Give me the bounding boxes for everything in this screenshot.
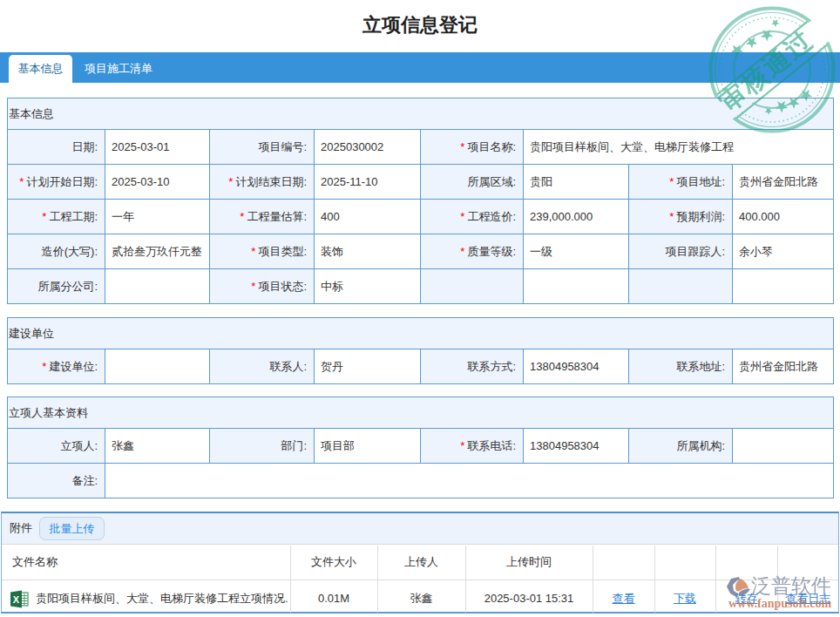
svg-text:X: X bbox=[13, 594, 20, 605]
svg-text:www.fanpusoft.com: www.fanpusoft.com bbox=[728, 597, 832, 610]
svg-text:泛普软件: 泛普软件 bbox=[751, 574, 831, 597]
